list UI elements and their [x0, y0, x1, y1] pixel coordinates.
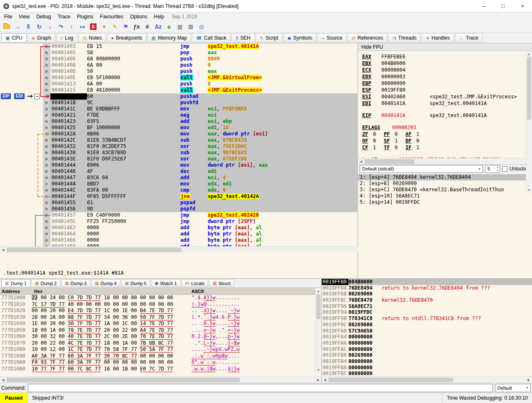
step-over-button[interactable]: ↷ — [55, 22, 66, 32]
register-esi[interactable]: ESI00402460<spe32_test.JMP.&ExitProcess> — [362, 93, 525, 100]
breakpoint-dot[interactable] — [45, 164, 48, 167]
unlocked-checkbox[interactable] — [502, 166, 507, 172]
dump-row-777D1010[interactable]: 777D10107C 17 7D 77 40 00 00 00 00 00 00… — [0, 301, 321, 308]
tab-dump-2[interactable]: ▦Dump 2 — [31, 279, 60, 287]
dump-row-777D1020[interactable]: 777D102000 00 20 00 E4 7D 7D 77 1C 00 1E… — [0, 308, 321, 314]
disasm-row-00401405[interactable]: 0040140558popeax — [50, 50, 359, 56]
disasm-row-0040142C[interactable]: 0040142C81E8 33B4BCD7subeax, D7BCB433 — [50, 137, 359, 143]
breakpoint-dot[interactable] — [45, 208, 48, 210]
tab-seh[interactable]: §SEH — [231, 33, 255, 43]
stack-row-0019FFA0[interactable]: 0019FFA057C9A650 — [322, 328, 532, 334]
tab-dump-1[interactable]: ▦Dump 1 — [1, 279, 30, 287]
tab-cpu[interactable]: ▣CPU — [1, 33, 27, 43]
breakpoint-dot[interactable] — [45, 70, 48, 73]
tab-trace[interactable]: →Trace — [455, 33, 482, 43]
tab-log[interactable]: ≡Log — [56, 33, 77, 43]
breakpoint-dot[interactable] — [45, 145, 48, 148]
tab-watch-1[interactable]: ◉Watch 1 — [151, 279, 181, 287]
register-eflags[interactable]: EFLAGS00000293 — [362, 124, 525, 131]
arg-count-spinner[interactable]: 5 ▲▼ — [485, 165, 500, 173]
tab-dump-4[interactable]: ▦Dump 4 — [91, 279, 120, 287]
stack-row-0019FFB4[interactable]: 0019FFB400000000 — [322, 358, 532, 365]
register-eip[interactable]: EIP0040141Aspe32_test.0040141A — [362, 112, 525, 119]
run-button[interactable]: → — [12, 22, 23, 32]
breakpoint-dot[interactable] — [45, 51, 48, 54]
scroll-down-icon[interactable]: ▼ — [316, 367, 321, 373]
stack-row-0019FFBC[interactable]: 0019FFBC00000000 — [322, 370, 532, 377]
register-eax[interactable]: EAXFFBFEBE6 — [362, 53, 525, 60]
disasm-row-00401457[interactable]: 00401457E9 C40F0000jmpspe32_test.402420 — [50, 212, 359, 218]
menu-options[interactable]: Options — [127, 13, 150, 21]
breakpoint-dot[interactable] — [45, 233, 48, 235]
calculator-button[interactable]: ⊞ — [185, 22, 196, 32]
scroll-up-icon[interactable]: ▲ — [316, 288, 321, 294]
scrollbar-thumb[interactable] — [328, 378, 453, 382]
flags-row[interactable]: ZF0PF0AF1 — [362, 131, 525, 138]
tab-struct[interactable]: ▥Struct — [209, 279, 234, 287]
disasm-row-0040144A[interactable]: 0040144A8BD7movedx, edi — [50, 181, 359, 187]
disasm-row-00401423[interactable]: 0040142303F5addesi, ebp — [50, 118, 359, 125]
disasm-row-00401415[interactable]: 00401415E8 46100000call<JMP.&ExitProcess… — [50, 87, 359, 93]
graph-button[interactable]: ◈ — [164, 22, 174, 32]
disasm-row-0040144C[interactable]: 0040144C83FA 00cmpedx, 0 — [50, 187, 359, 193]
scroll-left-icon[interactable]: ◀ — [358, 158, 364, 165]
tab-memory-map[interactable]: ▦Memory Map — [147, 33, 191, 43]
disasm-row-00401456[interactable]: 004014569Dpopfd — [50, 206, 359, 212]
flags-row[interactable]: OF0SF1DF0 — [362, 138, 525, 144]
stack-row-0019FF94[interactable]: 0019FF940019FFDC — [322, 309, 532, 315]
tab-symbols[interactable]: ◆Symbols — [283, 33, 316, 43]
scroll-left-icon[interactable]: ◀ — [322, 377, 328, 383]
disasm-row-00401403[interactable]: 00401403EB 15jmpspe32_test.40141A — [50, 43, 359, 50]
breakpoint-dot[interactable] — [45, 226, 48, 229]
disasm-row-00401413[interactable]: 004014136A 00push0 — [50, 81, 359, 87]
tab-graph[interactable]: ◈Graph — [27, 33, 55, 43]
flags-row[interactable]: CF1TF0IF1 — [362, 144, 525, 151]
registers-vscrollbar[interactable]: ▲ ▼ — [526, 51, 532, 193]
disasm-row-0040143E[interactable]: 0040143E81F0 D0F25E67xoreax, 675EF2D0 — [50, 156, 359, 162]
comment-button[interactable]: ✎ — [109, 22, 120, 32]
stack-arg-row-3[interactable]: 3: [esp+C] 76DE8470 <kernel32.BaseThread… — [358, 187, 532, 193]
scrollbar-thumb[interactable] — [7, 248, 181, 252]
dump-row-777D1090[interactable]: 777D1090A0 3A 7F 77 60 3A 7F 77 30 70 8C… — [0, 353, 321, 360]
tab-call-stack[interactable]: ☎Call Stack — [192, 33, 231, 43]
scrollbar-thumb[interactable] — [316, 294, 321, 319]
scrollbar-thumb[interactable] — [365, 159, 415, 164]
disasm-row-00401468[interactable]: 004014680000addbyte ptr [eax], al — [50, 243, 359, 246]
disasm-row-00401444[interactable]: 004014448906movdword ptr [esi], eax — [50, 162, 359, 168]
breakpoint-dot[interactable] — [45, 189, 48, 192]
breakpoint-dot[interactable] — [45, 64, 48, 67]
restart-button[interactable]: ↻ — [34, 22, 45, 32]
menu-view[interactable]: View — [15, 13, 33, 21]
breakpoint-dot[interactable] — [45, 83, 48, 85]
memory-button[interactable]: ▦ — [174, 22, 185, 32]
disasm-row-00401406[interactable]: 0040140668 00800000push8000 — [50, 56, 359, 62]
menu-trace[interactable]: Trace — [55, 13, 74, 21]
stack-row-0019FF88[interactable]: 0019FF8800269000 — [322, 291, 532, 297]
disasm-row-00401432[interactable]: 0040143281F0 0C2DEF75xoreax, 75EF2D0C — [50, 143, 359, 150]
dump-row-777D1000[interactable]: 777D100022 00 24 00 C0 7D 7D 77 18 00 00… — [0, 295, 321, 301]
disasm-row-0040140E[interactable]: 0040140EE8 5F100000call<JMP.&VirtualFree… — [50, 75, 359, 81]
dump-row-777D1080[interactable]: 777D108010 00 12 00 1C 7E 7D 77 70 58 7F… — [0, 346, 321, 353]
strings-button[interactable]: Az — [153, 22, 164, 32]
label-button[interactable]: ⚑ — [120, 22, 131, 32]
breakpoint-dot[interactable] — [45, 101, 48, 104]
disasm-row-0040145C[interactable]: 0040145CFF25 FF250000jmpdword ptr [25FF] — [50, 218, 359, 225]
scroll-left-icon[interactable]: ◀ — [0, 377, 6, 383]
execute-till-return-button[interactable]: ↑ — [66, 22, 77, 32]
tab-dump-5[interactable]: ▦Dump 5 — [121, 279, 150, 287]
menu-debug[interactable]: Debug — [33, 13, 54, 21]
registers-hscrollbar[interactable]: ◀ ▶ — [358, 158, 532, 164]
disasm-row-0040142A[interactable]: 0040142A8B06moveax, dword ptr [esi] — [50, 131, 359, 137]
stack-arg-row-4[interactable]: 4: [esp+10] 56A8EC71 — [358, 193, 532, 199]
dump-row-777D1040[interactable]: 777D10401E 00 20 00 30 7F 7D 77 1A 00 1C… — [0, 320, 321, 327]
menu-favourites[interactable]: Favourites — [97, 13, 127, 21]
hide-fpu-button[interactable]: Hide FPU — [358, 43, 532, 51]
breakpoint-dot[interactable] — [45, 151, 48, 154]
disasm-row-0040141A[interactable]: 0040141A60pushad — [50, 93, 359, 100]
stack-row-0019FFAC[interactable]: 0019FFAC00000000 — [322, 346, 532, 353]
stack-row-0019FF90[interactable]: 0019FF9056A8EC71 — [322, 303, 532, 310]
register-edi[interactable]: EDI0040141Aspe32_test.0040141A — [362, 100, 525, 107]
dump-row-777D1050[interactable]: 777D105018 00 1A 00 78 7E 7D 77 20 00 22… — [0, 327, 321, 334]
stack-arg-row-1[interactable]: 1: [esp+4] 76DE8494 kernel32.76DE8494 — [358, 174, 532, 180]
register-edx[interactable]: EDX00000003 — [362, 73, 525, 80]
